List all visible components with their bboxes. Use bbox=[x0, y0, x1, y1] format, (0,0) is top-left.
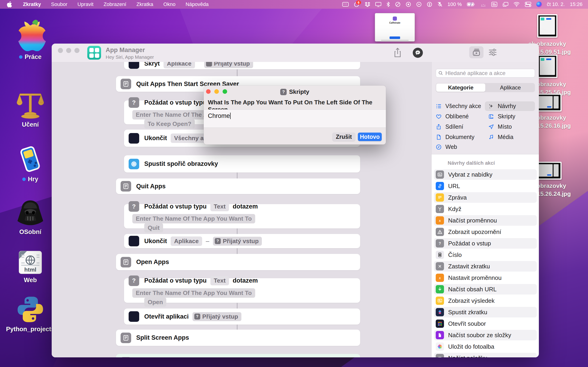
desktop-folder-prace[interactable]: Práce bbox=[5, 19, 56, 60]
dnd-circle-icon[interactable] bbox=[395, 2, 401, 7]
comment-card[interactable]: Split Screen Apps bbox=[116, 330, 360, 346]
question-pill-2[interactable]: Quit bbox=[144, 223, 163, 232]
question-pill[interactable]: Enter The Name Of The App You Want To bbox=[132, 214, 255, 223]
action-pozadat-quit[interactable]: ? Požádat o vstup typu Text dotazem Ente… bbox=[124, 204, 360, 228]
cancel-button[interactable]: Zrušit bbox=[332, 133, 355, 141]
wifi-icon[interactable] bbox=[513, 2, 520, 7]
type-tag[interactable]: Text bbox=[210, 276, 229, 285]
menubar-date[interactable]: čt 10. 2. bbox=[547, 1, 565, 7]
suggestion-item[interactable]: Načíst položku bbox=[434, 353, 537, 357]
type-tag[interactable]: Text bbox=[210, 202, 229, 211]
dropbox-icon[interactable] bbox=[365, 2, 370, 7]
menu-nápověda[interactable]: Nápověda bbox=[186, 1, 208, 7]
caffeinate-mini-window[interactable]: Caffeinate bbox=[375, 13, 415, 42]
suggestion-photos[interactable]: Uložit do fotoalba bbox=[434, 341, 537, 352]
suggestion-variable[interactable]: xNastavit proměnnou bbox=[434, 273, 537, 283]
suggestion-download[interactable]: Načíst obsah URL bbox=[434, 284, 537, 294]
comment-card[interactable]: Quit Apps bbox=[116, 178, 360, 194]
siri-icon[interactable] bbox=[536, 2, 542, 7]
zoom-button[interactable] bbox=[74, 48, 79, 53]
variable-pill[interactable]: ?Přijatý vstup bbox=[213, 237, 262, 246]
search-input[interactable]: Hledané aplikace a akce bbox=[436, 69, 535, 77]
suggestion-link[interactable]: URL bbox=[434, 181, 537, 191]
category-web[interactable]: Web bbox=[436, 144, 457, 150]
action-partial-bottom[interactable] bbox=[116, 354, 360, 357]
done-button[interactable]: Hotovo bbox=[358, 133, 382, 141]
param-tag[interactable]: Aplikace bbox=[171, 236, 202, 246]
display-icon[interactable] bbox=[375, 2, 381, 7]
settings-sliders-icon[interactable] bbox=[486, 46, 499, 58]
suggestion-message[interactable]: Zpráva bbox=[434, 192, 537, 203]
param-tag[interactable]: Aplikace bbox=[164, 62, 195, 68]
action-skryt[interactable]: Skrýt Aplikace Přijatý vstup bbox=[124, 62, 360, 69]
suggestion-result[interactable]: Zobrazit výsledek bbox=[434, 295, 537, 306]
notes-widget-icon[interactable] bbox=[491, 2, 497, 7]
category-navrhy[interactable]: Návrhy bbox=[488, 103, 516, 109]
menu-upravit[interactable]: Upravit bbox=[78, 1, 94, 7]
suggestion-variable[interactable]: xNačíst proměnnou bbox=[434, 215, 537, 226]
variable-pill[interactable]: Přijatý vstup bbox=[204, 62, 253, 68]
action-ukoncit-aplikace[interactable]: Ukončit Aplikace – ?Přijatý vstup bbox=[124, 234, 360, 248]
category-skripty[interactable]: Skripty bbox=[488, 113, 515, 120]
share-icon[interactable] bbox=[393, 48, 402, 59]
tab-kategorie[interactable]: Kategorie bbox=[436, 83, 485, 92]
variable-pill[interactable]: ?Přijatý vstup bbox=[192, 312, 242, 321]
menu-zkratky[interactable]: Zkratky bbox=[23, 1, 41, 7]
suggestion-alert[interactable]: Zobrazit upozornění bbox=[434, 227, 537, 237]
menu-icon bbox=[436, 170, 444, 179]
category-oblibene[interactable]: Oblíbené bbox=[436, 113, 468, 120]
desktop-file-web[interactable]: html Web bbox=[5, 243, 56, 284]
close-button[interactable] bbox=[58, 48, 63, 53]
suggestion-number[interactable]: Číslo bbox=[434, 250, 537, 260]
desktop-folder-osobni[interactable]: OSobní bbox=[5, 194, 56, 236]
bluetooth-icon[interactable] bbox=[386, 2, 390, 7]
apps-grid-icon bbox=[129, 311, 139, 322]
question-icon: ? bbox=[129, 275, 139, 286]
minimize-button[interactable] bbox=[66, 48, 71, 53]
desktop-folder-python[interactable]: Python_projects bbox=[3, 292, 58, 333]
desktop-folder-hry[interactable]: Hry bbox=[5, 142, 56, 183]
action-otevrit-aplikaci[interactable]: Otevřít aplikaci ?Přijatý vstup bbox=[124, 309, 360, 325]
mic-muted-icon[interactable] bbox=[437, 2, 442, 7]
menu-zobrazení[interactable]: Zobrazení bbox=[104, 1, 126, 7]
action-library-button[interactable] bbox=[469, 46, 484, 58]
action-screensaver[interactable]: Spustit spořič obrazovky bbox=[124, 155, 360, 173]
menu-soubor[interactable]: Soubor bbox=[51, 1, 67, 7]
menu-zkratka[interactable]: Zkratka bbox=[137, 1, 153, 7]
desktop-folder-uceni[interactable]: Učení bbox=[5, 87, 56, 128]
play-circle-icon[interactable] bbox=[416, 2, 422, 7]
category-misto[interactable]: Místo bbox=[488, 123, 512, 130]
suggestion-branch[interactable]: Když bbox=[434, 204, 537, 214]
suggestion-stop[interactable]: Zastavit zkratku bbox=[434, 261, 537, 272]
suggestion-shortcuts[interactable]: Spustit zkratku bbox=[434, 307, 537, 317]
menu-okno[interactable]: Okno bbox=[163, 1, 175, 7]
tab-aplikace[interactable]: Aplikace bbox=[486, 83, 535, 92]
accessibility-icon[interactable] bbox=[427, 2, 432, 7]
dialog-text-input[interactable]: Chrome bbox=[204, 109, 386, 128]
category-sdileni[interactable]: Sdílení bbox=[436, 123, 463, 130]
suggestion-question[interactable]: ?Požádat o vstup bbox=[434, 238, 537, 249]
airplay-icon[interactable] bbox=[406, 2, 411, 7]
keyboard-brightness-icon[interactable] bbox=[480, 2, 486, 7]
question-pill-2[interactable]: To Keep Open? bbox=[144, 119, 195, 128]
suggestions-header: Návrhy dalších akcí bbox=[448, 160, 495, 166]
battery-icon[interactable] bbox=[467, 2, 475, 7]
app-badge-icon[interactable]: 6 bbox=[354, 2, 360, 7]
stage-manager-icon[interactable] bbox=[502, 2, 508, 7]
question-pill-2[interactable]: Open bbox=[144, 298, 166, 307]
suggestion-appgrid[interactable]: Otevřít soubor bbox=[434, 318, 537, 329]
comments-button[interactable] bbox=[413, 48, 423, 58]
menubar-time[interactable]: 15:26 bbox=[570, 1, 582, 7]
category-media[interactable]: Média bbox=[488, 134, 513, 140]
apple-menu-icon[interactable] bbox=[7, 1, 12, 7]
category-dokumenty[interactable]: Dokumenty bbox=[436, 134, 474, 140]
category-vsechny-akce[interactable]: Všechny akce bbox=[436, 103, 481, 109]
action-pozadat-open[interactable]: ? Požádat o vstup typu Text dotazem Ente… bbox=[124, 278, 360, 303]
suggestion-menu[interactable]: Vybrat z nabídky bbox=[434, 169, 537, 180]
control-center-icon[interactable] bbox=[525, 2, 531, 7]
input-source-icon[interactable] bbox=[342, 2, 349, 7]
suggestion-file[interactable]: Načíst soubor ze složky bbox=[434, 330, 537, 340]
caffeinate-app-icon bbox=[393, 17, 397, 21]
question-pill[interactable]: Enter The Name Of The App You Want To bbox=[132, 288, 255, 298]
comment-card[interactable]: Open Apps bbox=[116, 254, 360, 270]
